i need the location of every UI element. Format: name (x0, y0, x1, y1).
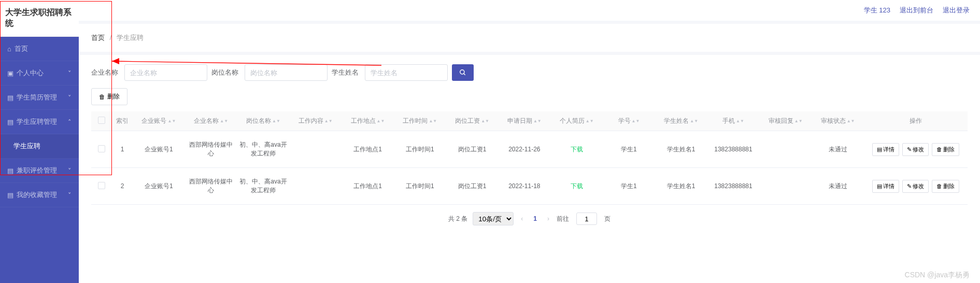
sort-icon[interactable]: ▲▼ (429, 120, 437, 122)
download-link[interactable]: 下载 (571, 182, 583, 190)
sort-icon[interactable]: ▲▼ (794, 120, 803, 122)
pagination: 共 2 条 10条/页 ‹ 1 › 前往 页 (91, 205, 968, 228)
detail-button[interactable]: ▤详情 (872, 180, 899, 193)
sidebar-item-apply[interactable]: ▤学生应聘管理 ˄ (0, 110, 79, 134)
breadcrumb-separator: / (110, 34, 112, 41)
app-title: 大学生求职招聘系统 (0, 0, 79, 37)
page-number[interactable]: 1 (530, 215, 540, 222)
sort-icon[interactable]: ▲▼ (690, 120, 698, 122)
sort-icon[interactable]: ▲▼ (272, 120, 280, 122)
batch-delete-button[interactable]: 🗑 删除 (91, 88, 127, 105)
breadcrumb-current: 学生应聘 (117, 34, 144, 41)
goto-page-input[interactable] (576, 213, 597, 225)
trash-icon: 🗑 (99, 93, 105, 101)
user-icon: ▣ (7, 69, 13, 77)
goto-label-pre: 前往 (557, 215, 569, 223)
topbar: 学生 123 退出到前台 退出登录 (79, 0, 980, 21)
delete-button[interactable]: 🗑删除 (932, 180, 959, 193)
table-row: 1企业账号1西部网络传媒中心初、中、高ava开发工程师工作地点1工作时间1岗位工… (91, 131, 968, 168)
goto-label-post: 页 (604, 215, 610, 223)
sidebar-item-home[interactable]: ⌂首页 (0, 37, 79, 61)
row-checkbox[interactable] (98, 145, 105, 152)
sidebar-subitem-apply[interactable]: 学生应聘 (0, 134, 79, 159)
chevron-down-icon: ˅ (68, 167, 72, 175)
list-icon: ▤ (7, 94, 13, 102)
list-icon: ▤ (7, 167, 13, 175)
trash-icon: 🗑 (936, 146, 942, 152)
topbar-logout[interactable]: 退出登录 (943, 6, 970, 15)
sort-icon[interactable]: ▲▼ (847, 120, 855, 122)
trash-icon: 🗑 (936, 183, 942, 189)
row-checkbox[interactable] (98, 182, 105, 189)
chevron-down-icon: ˅ (68, 69, 72, 77)
prev-page[interactable]: ‹ (519, 215, 525, 222)
sort-icon[interactable]: ▲▼ (632, 120, 640, 122)
page-size-select[interactable]: 10条/页 (473, 212, 514, 225)
chevron-down-icon: ˅ (68, 191, 72, 199)
next-page[interactable]: › (545, 215, 551, 222)
breadcrumb: 首页 / 学生应聘 (79, 24, 980, 52)
filter-label-company: 企业名称 (91, 68, 118, 77)
table-header-row: 索引 企业账号▲▼ 企业名称▲▼ 岗位名称▲▼ 工作内容▲▼ 工作地点▲▼ 工作… (91, 111, 968, 131)
search-icon (459, 69, 466, 76)
sort-icon[interactable]: ▲▼ (533, 120, 542, 122)
sort-icon[interactable]: ▲▼ (324, 120, 333, 122)
breadcrumb-home[interactable]: 首页 (91, 34, 105, 41)
doc-icon: ▤ (877, 146, 882, 153)
filter-label-position: 岗位名称 (211, 68, 238, 77)
topbar-user[interactable]: 学生 123 (864, 6, 890, 15)
pagination-total: 共 2 条 (448, 215, 467, 223)
delete-button[interactable]: 🗑删除 (932, 143, 959, 156)
filter-input-position[interactable] (245, 64, 328, 81)
filter-input-company[interactable] (124, 64, 207, 81)
main: 学生 123 退出到前台 退出登录 首页 / 学生应聘 企业名称 岗位名称 学生… (79, 0, 980, 283)
topbar-exit-front[interactable]: 退出到前台 (900, 6, 933, 15)
svg-point-0 (460, 70, 464, 74)
list-icon: ▤ (7, 118, 13, 126)
chevron-up-icon: ˄ (68, 118, 72, 126)
filter-input-studentname[interactable] (365, 64, 448, 81)
doc-icon: ▤ (877, 183, 882, 190)
modify-button[interactable]: ✎修改 (902, 180, 929, 193)
download-link[interactable]: 下载 (571, 146, 583, 153)
data-table: 索引 企业账号▲▼ 企业名称▲▼ 岗位名称▲▼ 工作内容▲▼ 工作地点▲▼ 工作… (91, 111, 968, 205)
chevron-down-icon: ˅ (68, 94, 72, 102)
sort-icon[interactable]: ▲▼ (377, 120, 385, 122)
sidebar-item-parttime[interactable]: ▤兼职评价管理 ˅ (0, 159, 79, 183)
sidebar-item-favorite[interactable]: ▤我的收藏管理 ˅ (0, 183, 79, 207)
sidebar-item-resume[interactable]: ▤学生简历管理 ˅ (0, 86, 79, 110)
sidebar-item-personal[interactable]: ▣个人中心 ˅ (0, 61, 79, 86)
select-all-checkbox[interactable] (98, 117, 105, 124)
list-icon: ▤ (7, 191, 13, 199)
menu: ⌂首页 ▣个人中心 ˅ ▤学生简历管理 ˅ ▤学生应聘管理 ˄ 学生应聘 ▤兼职… (0, 37, 79, 283)
sort-icon[interactable]: ▲▼ (586, 120, 594, 122)
table-row: 2企业账号1西部网络传媒中心初、中、高ava开发工程师工作地点1工作时间1岗位工… (91, 168, 968, 205)
modify-button[interactable]: ✎修改 (902, 143, 929, 156)
filter-row: 企业名称 岗位名称 学生姓名 (91, 64, 968, 81)
svg-line-1 (464, 74, 465, 75)
edit-icon: ✎ (907, 146, 912, 153)
filter-label-studentname: 学生姓名 (332, 68, 359, 77)
sort-icon[interactable]: ▲▼ (220, 120, 228, 122)
edit-icon: ✎ (907, 183, 912, 190)
detail-button[interactable]: ▤详情 (872, 143, 899, 156)
sort-icon[interactable]: ▲▼ (167, 120, 176, 122)
search-button[interactable] (452, 64, 474, 81)
sidebar: 大学生求职招聘系统 ⌂首页 ▣个人中心 ˅ ▤学生简历管理 ˅ ▤学生应聘管理 … (0, 0, 79, 283)
sort-icon[interactable]: ▲▼ (736, 120, 744, 122)
sort-icon[interactable]: ▲▼ (481, 120, 489, 122)
home-icon: ⌂ (7, 45, 11, 53)
content-panel: 企业名称 岗位名称 学生姓名 🗑 删除 (79, 55, 980, 283)
